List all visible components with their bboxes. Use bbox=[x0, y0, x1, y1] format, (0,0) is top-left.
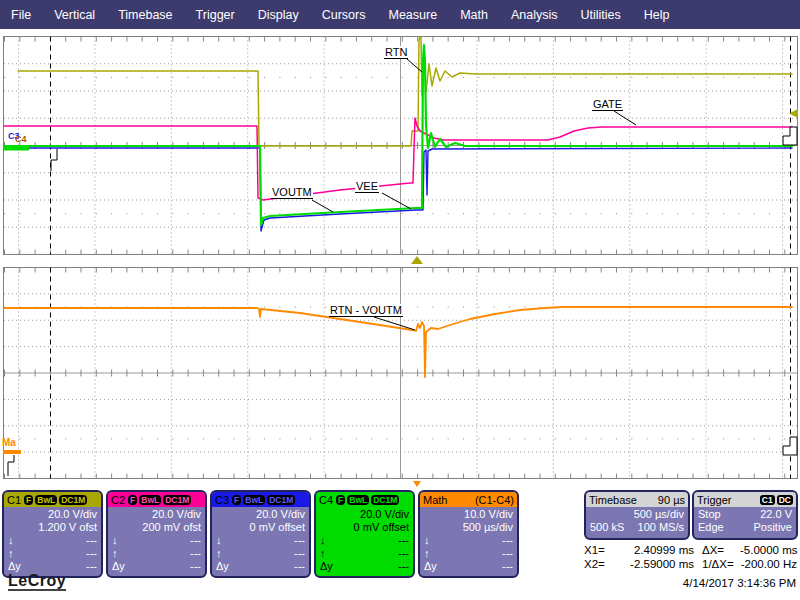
c1-min: --- bbox=[86, 534, 97, 547]
menu-item-math[interactable]: Math bbox=[460, 8, 488, 22]
trace-math bbox=[4, 307, 792, 377]
c1-badge-bwl: BwL bbox=[35, 495, 57, 505]
c4-zero-level-marker bbox=[3, 146, 29, 151]
c4-volts-div: 20.0 V/div bbox=[320, 508, 409, 521]
c2-label: C2 bbox=[111, 494, 125, 506]
math-header: Math (C1-C4) bbox=[420, 492, 517, 507]
trigger-box[interactable]: Trigger C1 DC Stop 22.0 V Edge Positive bbox=[692, 490, 798, 540]
menu-item-display[interactable]: Display bbox=[258, 8, 299, 22]
c4-offset: 0 mV offset bbox=[320, 521, 409, 534]
c3-badge-bwl: BwL bbox=[243, 495, 265, 505]
down-arrow-icon: ↓ bbox=[8, 534, 14, 547]
c4-header: C4 F BwL DC1M bbox=[316, 492, 413, 507]
timebase-rate: 100 MS/s bbox=[638, 521, 684, 534]
down-arrow-icon: ↓ bbox=[320, 534, 326, 547]
c4-badge-dc1m: DC1M bbox=[371, 495, 399, 505]
down-arrow-icon: ↓ bbox=[424, 534, 430, 547]
c3-min: --- bbox=[294, 534, 305, 547]
delta-y-icon: Δy bbox=[320, 560, 333, 573]
math-body: 10.0 V/div 500 µs/div ↓--- ↑--- Δy--- bbox=[420, 507, 517, 573]
menu-item-help[interactable]: Help bbox=[644, 8, 670, 22]
timebase-box[interactable]: Timebase 90 µs 500 µs/div 500 kS 100 MS/… bbox=[584, 490, 690, 540]
math-zero-level-marker bbox=[3, 450, 21, 454]
callout-line-rtn bbox=[407, 59, 422, 72]
trigger-time-marker[interactable] bbox=[411, 256, 423, 264]
x1-value: 2.40999 ms bbox=[617, 543, 694, 557]
menu-item-vertical[interactable]: Vertical bbox=[54, 8, 95, 22]
c4-min: --- bbox=[398, 534, 409, 547]
menu-item-utilities[interactable]: Utilities bbox=[580, 8, 620, 22]
c3-badge-f: F bbox=[232, 495, 241, 505]
c4-badge-bwl: BwL bbox=[347, 495, 369, 505]
up-arrow-icon: ↑ bbox=[320, 547, 326, 560]
c1-max: --- bbox=[86, 547, 97, 560]
timebase-samples: 500 kS bbox=[590, 521, 624, 534]
up-arrow-icon: ↑ bbox=[216, 547, 222, 560]
math-dy: --- bbox=[502, 560, 513, 573]
down-arrow-icon: ↓ bbox=[216, 534, 222, 547]
trace-layer bbox=[4, 37, 792, 377]
timebase-per-div: 500 µs/div bbox=[590, 508, 684, 521]
c3-max: --- bbox=[294, 547, 305, 560]
waveform-display bbox=[0, 0, 800, 488]
channel-box-c3[interactable]: C3 F BwL DC1M 20.0 V/div 0 mV offset ↓--… bbox=[210, 490, 311, 578]
menu-item-analysis[interactable]: Analysis bbox=[511, 8, 558, 22]
c1-label: C1 bbox=[7, 494, 21, 506]
channel-box-c1[interactable]: C1 F BwL DC1M 20.0 V/div 1.200 V ofst ↓-… bbox=[2, 490, 103, 578]
math-level-marker[interactable]: Ma bbox=[2, 438, 16, 447]
menu-item-timebase[interactable]: Timebase bbox=[118, 8, 172, 22]
c2-dy: --- bbox=[190, 560, 201, 573]
c3-header: C3 F BwL DC1M bbox=[212, 492, 309, 507]
c3-badge-dc1m: DC1M bbox=[267, 495, 295, 505]
math-time-div: 500 µs/div bbox=[424, 521, 513, 534]
c4-max: --- bbox=[398, 547, 409, 560]
cursor-handle-x1-bottom[interactable] bbox=[783, 437, 797, 455]
menu-item-file[interactable]: File bbox=[11, 8, 31, 22]
menu-bar: FileVerticalTimebaseTriggerDisplayCursor… bbox=[0, 0, 800, 29]
trigger-title: Trigger bbox=[697, 494, 731, 506]
channel-box-c4[interactable]: C4 F BwL DC1M 20.0 V/div 0 mV offset ↓--… bbox=[314, 490, 415, 578]
c1-body: 20.0 V/div 1.200 V ofst ↓--- ↑--- Δy--- bbox=[4, 507, 101, 573]
trace-c3 bbox=[4, 148, 792, 231]
channel-box-math[interactable]: Math (C1-C4) 10.0 V/div 500 µs/div ↓--- … bbox=[418, 490, 519, 578]
c4-badge-f: F bbox=[336, 495, 345, 505]
label-gate: GATE bbox=[592, 98, 623, 111]
c1-dy: --- bbox=[86, 560, 97, 573]
callout-line-vee bbox=[382, 193, 411, 209]
trigger-source-badge: C1 bbox=[760, 495, 775, 505]
label-voutm: VOUTM bbox=[271, 186, 313, 199]
dx-label: ΔX= bbox=[694, 543, 740, 557]
timebase-title: Timebase bbox=[589, 494, 637, 506]
c2-offset: 200 mV ofst bbox=[112, 521, 201, 534]
lecroy-logo: LeCroy bbox=[8, 572, 66, 591]
c3-offset: 0 mV offset bbox=[216, 521, 305, 534]
timebase-header: Timebase 90 µs bbox=[586, 492, 688, 507]
math-min: --- bbox=[502, 534, 513, 547]
channel-box-c2[interactable]: C2 F BwL DC1M 20.0 V/div 200 mV ofst ↓--… bbox=[106, 490, 207, 578]
cursor-readouts: X1= 2.40999 ms ΔX= -5.0000 ms X2= -2.590… bbox=[584, 543, 797, 571]
c2-max: --- bbox=[190, 547, 201, 560]
menu-item-measure[interactable]: Measure bbox=[388, 8, 437, 22]
c3-volts-div: 20.0 V/div bbox=[216, 508, 305, 521]
label-vee: VEE bbox=[355, 180, 379, 193]
c3-label: C3 bbox=[215, 494, 229, 506]
cursor-handle-x1-top[interactable] bbox=[783, 127, 797, 145]
menu-item-cursors[interactable]: Cursors bbox=[322, 8, 366, 22]
c2-header: C2 F BwL DC1M bbox=[108, 492, 205, 507]
delta-y-icon: Δy bbox=[424, 560, 437, 573]
x2-label: X2= bbox=[584, 557, 617, 571]
trigger-level: 22.0 V bbox=[760, 508, 792, 521]
trigger-body: Stop 22.0 V Edge Positive bbox=[694, 507, 796, 534]
menu-item-trigger[interactable]: Trigger bbox=[196, 8, 235, 22]
c3-dy: --- bbox=[294, 560, 305, 573]
label-math-trace: RTN - VOUTM bbox=[329, 304, 403, 317]
trigger-header: Trigger C1 DC bbox=[694, 492, 796, 507]
math-operands: (C1-C4) bbox=[475, 494, 514, 506]
c2-min: --- bbox=[190, 534, 201, 547]
c1-volts-div: 20.0 V/div bbox=[8, 508, 97, 521]
c4-level-marker[interactable]: C4 bbox=[15, 135, 27, 144]
invdx-value: -200.00 Hz bbox=[740, 557, 797, 571]
trigger-slope: Positive bbox=[753, 521, 792, 534]
cursor-handle-x2[interactable] bbox=[51, 149, 57, 171]
c2-badge-bwl: BwL bbox=[139, 495, 161, 505]
